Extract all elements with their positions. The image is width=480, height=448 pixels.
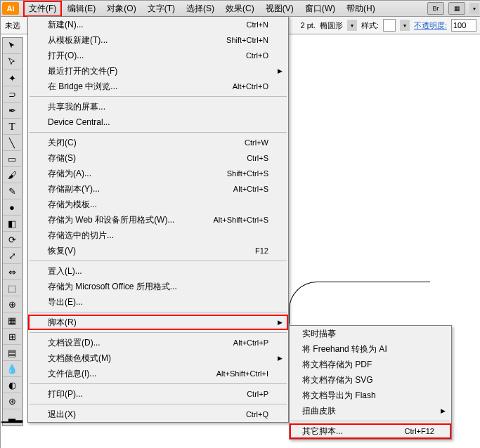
doc-label: 未选 bbox=[5, 20, 20, 31]
menu-browse-bridge[interactable]: 在 Bridge 中浏览...Alt+Ctrl+O bbox=[28, 79, 288, 94]
tool-pen[interactable]: ✒ bbox=[3, 103, 21, 119]
menu-color-mode[interactable]: 文档颜色模式(M)▶ bbox=[28, 350, 288, 366]
menu-save-copy[interactable]: 存储副本(Y)...Alt+Ctrl+S bbox=[28, 181, 288, 197]
script-save-svg[interactable]: 将文档存储为 SVG bbox=[290, 372, 451, 388]
tool-mesh[interactable]: ⊞ bbox=[3, 329, 21, 345]
tool-width[interactable]: ⇔ bbox=[3, 264, 21, 280]
style-swatch[interactable] bbox=[383, 19, 396, 32]
menu-open[interactable]: 打开(O)...Ctrl+O bbox=[28, 48, 288, 63]
tool-lasso[interactable]: ⊃ bbox=[3, 86, 21, 103]
tool-type[interactable]: T bbox=[3, 119, 21, 135]
profile-dropdown-icon[interactable]: ▾ bbox=[347, 20, 357, 31]
menu-print[interactable]: 打印(P)...Ctrl+P bbox=[28, 386, 288, 402]
menu-export[interactable]: 导出(E)... bbox=[28, 294, 288, 310]
menu-new[interactable]: 新建(N)...Ctrl+N bbox=[28, 17, 288, 32]
tool-blend[interactable]: ◐ bbox=[3, 377, 21, 393]
file-menu-dropdown: 新建(N)...Ctrl+N 从模板新建(T)...Shift+Ctrl+N 打… bbox=[27, 16, 289, 423]
tool-scale[interactable]: ⤢ bbox=[3, 248, 21, 264]
tool-rotate[interactable]: ⟳ bbox=[3, 232, 21, 248]
scripts-submenu: 实时描摹 将 Freehand 转换为 AI 将文档存储为 PDF 将文档存储为… bbox=[289, 325, 452, 440]
workspace-dropdown-icon[interactable]: ▾ bbox=[469, 3, 479, 14]
menu-window[interactable]: 窗口(W) bbox=[299, 1, 341, 17]
menu-view[interactable]: 视图(V) bbox=[260, 1, 299, 17]
tool-gradient[interactable]: ▤ bbox=[3, 345, 21, 361]
stroke-profile[interactable]: 椭圆形 bbox=[320, 20, 343, 31]
tool-rectangle[interactable]: ▭ bbox=[3, 151, 21, 167]
menu-close[interactable]: 关闭(C)Ctrl+W bbox=[28, 135, 288, 150]
menubar: Ai 文件(F) 编辑(E) 对象(O) 文字(T) 选择(S) 效果(C) 视… bbox=[1, 1, 480, 17]
toolbox: ✦ ⊃ ✒ T ╲ ▭ 🖌 ✎ ● ◧ ⟳ ⤢ ⇔ ⬚ ⊕ ▦ ⊞ ▤ 💧 ◐ … bbox=[2, 37, 23, 426]
menu-effect[interactable]: 效果(C) bbox=[220, 1, 260, 17]
tool-blob-brush[interactable]: ● bbox=[3, 199, 21, 216]
style-dropdown-icon[interactable]: ▾ bbox=[400, 20, 410, 31]
script-save-pdf[interactable]: 将文档存储为 PDF bbox=[290, 357, 451, 372]
tool-column-graph[interactable]: ▁▃▂ bbox=[3, 409, 21, 426]
menu-file[interactable]: 文件(F) bbox=[23, 1, 62, 17]
menu-doc-setup[interactable]: 文档设置(D)...Alt+Ctrl+P bbox=[28, 335, 288, 350]
tool-line[interactable]: ╲ bbox=[3, 135, 21, 151]
tool-free-transform[interactable]: ⬚ bbox=[3, 280, 21, 296]
tool-direct-select[interactable] bbox=[3, 54, 21, 70]
menu-edit[interactable]: 编辑(E) bbox=[62, 1, 101, 17]
script-live-trace[interactable]: 实时描摹 bbox=[290, 326, 451, 341]
menu-save-office[interactable]: 存储为 Microsoft Office 所用格式... bbox=[28, 279, 288, 294]
script-export-flash[interactable]: 将文档导出为 Flash bbox=[290, 388, 451, 403]
menu-select[interactable]: 选择(S) bbox=[181, 1, 220, 17]
menu-place[interactable]: 置入(L)... bbox=[28, 263, 288, 279]
tool-paintbrush[interactable]: 🖌 bbox=[3, 167, 21, 183]
canvas-artwork bbox=[289, 282, 430, 324]
bridge-icon[interactable]: Br bbox=[427, 2, 444, 15]
tool-eyedropper[interactable]: 💧 bbox=[3, 361, 21, 377]
menu-object[interactable]: 对象(O) bbox=[101, 1, 141, 17]
menu-recent[interactable]: 最近打开的文件(F)▶ bbox=[28, 63, 288, 79]
menu-save-slices[interactable]: 存储选中的切片... bbox=[28, 228, 288, 243]
menu-share-screen[interactable]: 共享我的屏幕... bbox=[28, 99, 288, 114]
style-label: 样式: bbox=[361, 20, 379, 31]
menu-revert[interactable]: 恢复(V)F12 bbox=[28, 243, 288, 258]
menu-type[interactable]: 文字(T) bbox=[142, 1, 181, 17]
menu-save-template[interactable]: 存储为模板... bbox=[28, 197, 288, 212]
tool-magic-wand[interactable]: ✦ bbox=[3, 70, 21, 86]
menu-save[interactable]: 存储(S)Ctrl+S bbox=[28, 150, 288, 166]
stroke-weight: 2 pt. bbox=[300, 21, 315, 29]
menu-device-central[interactable]: Device Central... bbox=[28, 114, 288, 130]
menu-scripts[interactable]: 脚本(R)▶ bbox=[28, 315, 288, 330]
menu-new-template[interactable]: 从模板新建(T)...Shift+Ctrl+N bbox=[28, 32, 288, 48]
opacity-label[interactable]: 不透明度: bbox=[414, 20, 447, 31]
tool-shape-builder[interactable]: ⊕ bbox=[3, 296, 21, 312]
tool-pencil[interactable]: ✎ bbox=[3, 183, 21, 199]
tool-selection[interactable] bbox=[3, 38, 21, 54]
menu-save-as[interactable]: 存储为(A)...Shift+Ctrl+S bbox=[28, 166, 288, 181]
tool-eraser[interactable]: ◧ bbox=[3, 216, 21, 232]
menu-save-web[interactable]: 存储为 Web 和设备所用格式(W)...Alt+Shift+Ctrl+S bbox=[28, 212, 288, 228]
opacity-input[interactable] bbox=[451, 19, 476, 32]
menu-file-info[interactable]: 文件信息(I)...Alt+Shift+Ctrl+I bbox=[28, 366, 288, 381]
script-freehand-ai[interactable]: 将 Freehand 转换为 AI bbox=[290, 341, 451, 357]
grid-icon[interactable]: ▦ bbox=[448, 2, 465, 15]
menu-help[interactable]: 帮助(H) bbox=[341, 1, 381, 17]
tool-symbol-sprayer[interactable]: ⊛ bbox=[3, 393, 21, 409]
script-warp-skin[interactable]: 扭曲皮肤▶ bbox=[290, 403, 451, 419]
app-logo-icon: Ai bbox=[2, 2, 19, 15]
menu-exit[interactable]: 退出(X)Ctrl+Q bbox=[28, 407, 288, 422]
tool-perspective[interactable]: ▦ bbox=[3, 312, 21, 329]
script-other[interactable]: 其它脚本...Ctrl+F12 bbox=[290, 423, 451, 439]
